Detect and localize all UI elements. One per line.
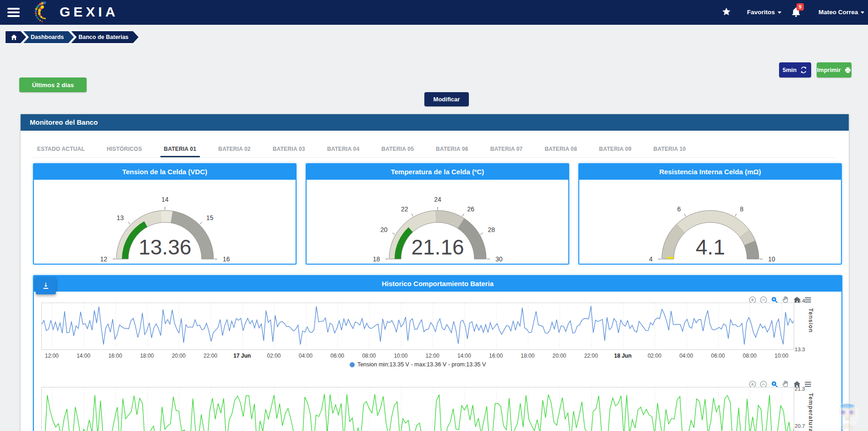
tension-ymax-label: 13.4: [795, 298, 805, 304]
x-tick-label: 10:00: [765, 353, 797, 359]
x-tick-label: 18 Jun: [607, 353, 639, 359]
svg-text:10: 10: [768, 255, 775, 263]
tension-plot[interactable]: [41, 303, 794, 350]
svg-text:20: 20: [380, 226, 387, 233]
modify-button[interactable]: Modificar: [424, 92, 469, 106]
x-tick-label: 14:00: [448, 353, 480, 359]
time-range-button[interactable]: Últimos 2 días: [19, 77, 87, 92]
menu-bars-icon[interactable]: [804, 296, 812, 304]
tab-bateria-02[interactable]: BATERIA 02: [214, 143, 254, 157]
x-tick-label: 14:00: [67, 353, 99, 359]
gauge-card-1: Tension de la Celda (VDC)121314151613.36: [33, 163, 297, 265]
temperatura-ymin-label: 20.7: [795, 423, 805, 429]
svg-text:21.16: 21.16: [411, 235, 464, 259]
gauge-title: Temperatura de la Celda (ºC): [307, 164, 568, 180]
x-tick-label: 02:00: [638, 353, 670, 359]
svg-text:12: 12: [100, 255, 107, 263]
chevron-down-icon: [861, 11, 864, 14]
gauge-card-3: Resistencia Interna Celda (mΩ)468104.1: [578, 163, 842, 265]
tab-bateria-05[interactable]: BATERIA 05: [378, 143, 418, 157]
x-tick-label: 10:00: [385, 353, 417, 359]
breadcrumb: Dashboards Banco de Baterias: [5, 30, 139, 44]
user-menu[interactable]: Mateo Correa: [819, 9, 864, 16]
temperatura-ymax-label: 21.3: [795, 386, 805, 392]
gauge-dial: 1820222426283021.16: [307, 180, 568, 264]
x-tick-label: 06:00: [702, 353, 734, 359]
tab-bateria-08[interactable]: BATERIA 08: [541, 143, 581, 157]
tension-ymin-label: 13.3: [795, 347, 805, 352]
gauge-dial: 121314151613.36: [34, 180, 296, 264]
print-button[interactable]: Imprimir: [817, 62, 852, 77]
tension-x-axis: 12:0014:0016:0018:0020:0022:0017 Jun02:0…: [41, 353, 794, 360]
tab-bateria-01[interactable]: BATERIA 01: [160, 143, 200, 157]
x-tick-label: 12:00: [36, 353, 68, 359]
x-tick-label: 08:00: [353, 353, 385, 359]
gauge-dial: 468104.1: [579, 180, 841, 264]
tension-legend: Tension min:13.35 V - max:13.36 V - prom…: [41, 361, 794, 368]
printer-icon: [844, 66, 852, 74]
menu-icon[interactable]: [7, 8, 20, 17]
x-tick-label: 16:00: [480, 353, 512, 359]
tab-bateria-04[interactable]: BATERIA 04: [324, 143, 363, 157]
refresh-icon: [800, 66, 808, 74]
gauge-title: Tension de la Celda (VDC): [34, 164, 296, 180]
x-tick-label: 20:00: [163, 353, 195, 359]
page: GEXIA Favoritos 9 Mateo Correa Dashboard…: [0, 0, 868, 431]
svg-text:4: 4: [649, 255, 653, 263]
svg-text:22: 22: [401, 205, 408, 213]
svg-text:16: 16: [223, 255, 230, 263]
tab-bateria-10[interactable]: BATERIA 10: [650, 143, 690, 157]
svg-text:18: 18: [373, 255, 380, 263]
breadcrumb-dashboards[interactable]: Dashboards: [23, 31, 74, 43]
x-tick-label: 08:00: [734, 353, 766, 359]
chat-robot-icon[interactable]: [834, 401, 861, 430]
svg-text:6: 6: [677, 205, 681, 213]
x-tick-label: 06:00: [321, 353, 353, 359]
x-tick-label: 02:00: [258, 353, 290, 359]
refresh-interval-button[interactable]: 5min: [779, 62, 811, 77]
x-tick-label: 12:00: [417, 353, 449, 359]
gauge-card-2: Temperatura de la Celda (ºC)182022242628…: [306, 163, 569, 265]
breadcrumb-home[interactable]: [5, 31, 26, 43]
download-button[interactable]: [36, 277, 56, 294]
tension-axis-title: Tension: [808, 308, 814, 333]
star-icon[interactable]: [721, 7, 731, 17]
brand-logo-dots-icon: [29, 1, 60, 25]
history-chart-panel: Historico Comportamiento Bateria 13.4 Te…: [33, 275, 842, 431]
top-navbar: GEXIA Favoritos 9 Mateo Correa: [0, 0, 868, 25]
temperatura-plot[interactable]: [41, 387, 794, 431]
svg-text:15: 15: [206, 214, 214, 221]
gauge-title: Resistencia Interna Celda (mΩ): [579, 164, 841, 180]
home-icon: [10, 33, 18, 41]
tab-bateria-03[interactable]: BATERIA 03: [269, 143, 309, 157]
x-tick-label: 22:00: [575, 353, 607, 359]
tab-bateria-09[interactable]: BATERIA 09: [595, 143, 635, 157]
tab-bateria-06[interactable]: BATERIA 06: [432, 143, 472, 157]
svg-text:24: 24: [434, 196, 441, 203]
brand-logo: GEXIA: [60, 4, 118, 20]
breadcrumb-banco-de-baterias[interactable]: Banco de Baterias: [71, 31, 138, 43]
tab-estado-actual[interactable]: ESTADO ACTUAL: [33, 143, 88, 157]
history-panel-title: Historico Comportamiento Bateria: [34, 276, 841, 292]
favorites-menu[interactable]: Favoritos: [747, 9, 781, 16]
svg-text:30: 30: [495, 255, 503, 263]
x-tick-label: 04:00: [290, 353, 322, 359]
menu-bars-icon[interactable]: [804, 380, 812, 388]
tab-bateria-07[interactable]: BATERIA 07: [487, 143, 527, 157]
x-tick-label: 20:00: [544, 353, 576, 359]
x-tick-label: 04:00: [670, 353, 702, 359]
tab-históricos[interactable]: HISTÓRICOS: [103, 143, 146, 157]
svg-text:8: 8: [740, 205, 743, 213]
monitor-panel: Monitoreo del Banco ESTADO ACTUALHISTÓRI…: [21, 114, 849, 431]
notification-badge: 9: [797, 3, 804, 11]
battery-tabs: ESTADO ACTUALHISTÓRICOSBATERIA 01BATERIA…: [33, 143, 836, 158]
x-tick-label: 17 Jun: [226, 353, 258, 359]
svg-text:26: 26: [467, 205, 474, 213]
temperatura-axis-title: Temperatura: [808, 393, 814, 431]
svg-text:14: 14: [161, 196, 169, 203]
x-tick-label: 16:00: [99, 353, 131, 359]
download-icon: [42, 282, 50, 290]
svg-text:13.36: 13.36: [138, 235, 191, 259]
gauges-row: Tension de la Celda (VDC)121314151613.36…: [33, 163, 842, 265]
svg-text:4.1: 4.1: [696, 235, 725, 259]
